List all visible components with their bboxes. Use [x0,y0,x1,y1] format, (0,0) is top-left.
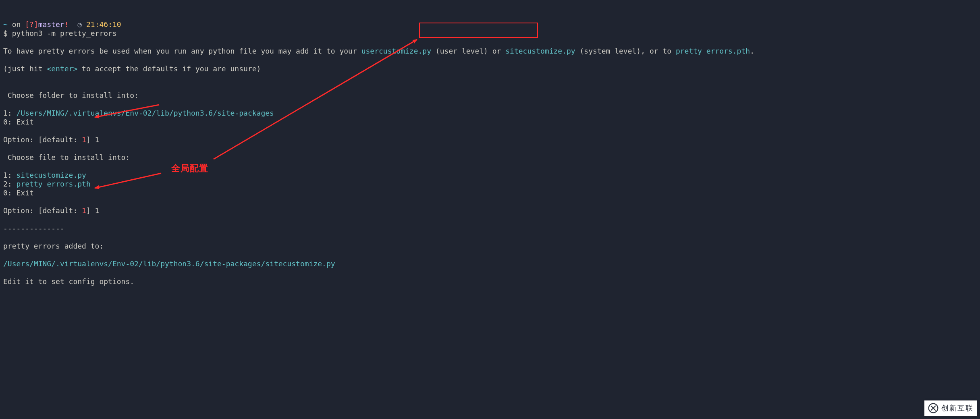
info-line-1: To have pretty_errors be used when you r… [3,47,754,55]
command-text: python3 -m pretty_errors [12,29,117,37]
edit-hint: Edit it to set config options. [3,277,134,286]
option-prompt-2[interactable]: Option: [default: 1] 1 [3,206,99,215]
prompt-time: 21:46:10 [86,20,121,29]
option-label: Option: [default: [3,135,82,144]
info-text: to accept the defaults if you are unsure… [77,64,261,73]
prompt-rbracket: ] [34,20,38,29]
file-option-1: 1: sitecustomize.py [3,171,86,179]
separator-dashes: -------------- [3,224,64,232]
prompt-bang: ! [64,20,69,29]
option-colon: : [8,109,17,117]
option-colon: : [8,189,17,197]
prompt-space [82,20,86,29]
choose-folder-title: Choose folder to install into: [3,91,139,100]
pth-file: pretty_errors.pth [676,47,750,55]
option-colon: : [8,118,17,126]
exit-label: Exit [17,118,34,126]
prompt-on: on [8,20,25,29]
command-line: $ python3 -m pretty_errors [3,29,117,37]
choose-file-title: Choose file to install into: [3,153,130,162]
exit-label: Exit [17,189,34,197]
option-close: ] [86,135,95,144]
info-text: . [750,47,754,55]
folder-option-0: 0: Exit [3,118,34,126]
watermark-logo-icon [928,402,939,414]
file-option-0: 0: Exit [3,189,34,197]
sitecustomize-file: sitecustomize.py [505,47,575,55]
clock-icon: ◔ [77,20,82,29]
watermark: 创新互联 [924,400,977,416]
option-index: 2 [3,180,8,188]
option-label: Option: [default: [3,206,82,215]
info-text: To have pretty_errors be used when you r… [3,47,361,55]
file-option-2: 2: pretty_errors.pth [3,180,91,188]
folder-path: /Users/MING/.virtualenvs/Env-02/lib/pyth… [17,109,274,117]
info-line-2: (just hit <enter> to accept the defaults… [3,64,261,73]
option-prompt-1[interactable]: Option: [default: 1] 1 [3,135,99,144]
info-text: (just hit [3,64,47,73]
option-colon: : [8,171,17,179]
option-close: ] [86,206,95,215]
added-to-label: pretty_errors added to: [3,242,104,250]
file-name: pretty_errors.pth [17,180,91,188]
option-colon: : [8,180,17,188]
info-text: (user level) or [431,47,505,55]
enter-key: <enter> [47,64,77,73]
prompt-tilde: ~ [3,20,8,29]
folder-option-1: 1: /Users/MING/.virtualenvs/Env-02/lib/p… [3,109,274,117]
option-index: 1 [3,109,8,117]
prompt-lbracket: [ [25,20,29,29]
option-index: 1 [3,171,8,179]
option-default: 1 [82,135,86,144]
file-name: sitecustomize.py [17,171,86,179]
option-input-value: 1 [95,135,100,144]
usercustomize-file: usercustomize.py [361,47,431,55]
prompt-sep [69,20,78,29]
prompt-dollar: $ [3,29,12,37]
prompt-line: ~ on [?]master! ◔ 21:46:10 [3,20,121,29]
option-index: 0 [3,189,8,197]
prompt-question: ? [29,20,34,29]
installed-path: /Users/MING/.virtualenvs/Env-02/lib/pyth… [3,259,335,268]
info-text: (system level), or to [575,47,676,55]
prompt-branch: master [38,20,64,29]
watermark-text: 创新互联 [941,404,974,413]
option-index: 0 [3,118,8,126]
option-input-value: 1 [95,206,100,215]
terminal-output: ~ on [?]master! ◔ 21:46:10 $ python3 -m … [0,0,980,288]
option-default: 1 [82,206,86,215]
